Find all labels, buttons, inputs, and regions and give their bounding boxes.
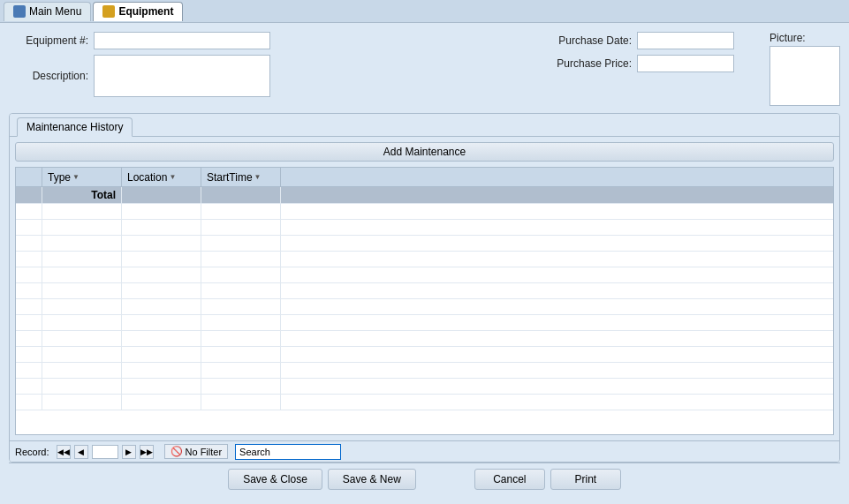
table-row (16, 347, 833, 363)
table-row (16, 220, 833, 236)
status-bar: Record: ◀◀ ◀ ▶ ▶▶ 🚫 No Filter (10, 440, 839, 462)
main-menu-icon (13, 5, 26, 18)
equipment-number-input[interactable] (94, 32, 270, 49)
table-row (16, 299, 833, 315)
table-row (16, 379, 833, 395)
table-row (16, 331, 833, 347)
total-label-cell: Total (42, 187, 122, 203)
save-new-button[interactable]: Save & New (328, 469, 416, 490)
total-indicator-cell (16, 187, 42, 203)
filter-icon: 🚫 (171, 446, 183, 457)
search-input[interactable] (235, 444, 341, 460)
table-row (16, 395, 833, 410)
purchase-price-row: Purchase Price: (552, 55, 734, 72)
tab-main-menu-label: Main Menu (29, 5, 81, 18)
form-area: Equipment #: Description: Purchase Date:… (9, 32, 840, 106)
filter-label: No Filter (186, 447, 223, 457)
tab-equipment[interactable]: Equipment (93, 2, 183, 21)
form-left: Equipment #: Description: (9, 32, 534, 106)
description-input[interactable] (94, 55, 270, 97)
nav-first-button[interactable]: ◀◀ (57, 445, 71, 459)
tab-main-menu[interactable]: Main Menu (4, 2, 91, 21)
description-row: Description: (9, 55, 534, 97)
record-number-input[interactable] (92, 445, 118, 459)
print-button[interactable]: Print (550, 469, 621, 490)
purchase-date-input[interactable] (637, 32, 734, 49)
starttime-sort-icon: ▼ (254, 173, 262, 181)
total-location-cell (122, 187, 201, 203)
maintenance-body: Add Maintenance Type ▼ Location ▼ (10, 137, 839, 440)
form-far-right: Picture: (769, 32, 840, 106)
no-filter-badge[interactable]: 🚫 No Filter (164, 444, 229, 459)
grid-header-starttime[interactable]: StartTime ▼ (201, 168, 281, 186)
tab-equipment-label: Equipment (118, 5, 173, 18)
picture-label: Picture: (769, 32, 806, 44)
purchase-price-label: Purchase Price: (552, 57, 632, 70)
main-content: Equipment #: Description: Purchase Date:… (0, 23, 849, 504)
total-starttime-cell (201, 187, 281, 203)
equipment-number-row: Equipment #: (9, 32, 534, 49)
grid-header: Type ▼ Location ▼ StartTime ▼ (16, 168, 833, 187)
total-row: Total (16, 187, 833, 204)
nav-last-button[interactable]: ▶▶ (140, 445, 154, 459)
cancel-button[interactable]: Cancel (474, 469, 545, 490)
maintenance-history-tab[interactable]: Maintenance History (17, 117, 133, 137)
title-bar: Main Menu Equipment (0, 0, 849, 23)
bottom-bar: Save & Close Save & New Cancel Print (9, 463, 840, 495)
table-row (16, 267, 833, 283)
grid-header-type[interactable]: Type ▼ (42, 168, 122, 186)
form-right: Purchase Date: Purchase Price: (552, 32, 734, 106)
purchase-date-label: Purchase Date: (552, 34, 632, 47)
table-row (16, 283, 833, 299)
table-row (16, 204, 833, 220)
type-sort-icon: ▼ (72, 173, 80, 181)
grid-header-location[interactable]: Location ▼ (122, 168, 201, 186)
purchase-price-input[interactable] (637, 55, 734, 72)
save-close-button[interactable]: Save & Close (228, 469, 322, 490)
equipment-number-label: Equipment #: (9, 34, 88, 47)
record-label: Record: (15, 447, 49, 457)
location-sort-icon: ▼ (169, 173, 176, 181)
picture-box (769, 46, 840, 106)
table-row (16, 315, 833, 331)
add-maintenance-button[interactable]: Add Maintenance (15, 142, 834, 162)
table-row (16, 363, 833, 379)
grid-body: Total (16, 187, 833, 434)
description-label: Description: (9, 70, 88, 82)
grid-header-indicator (16, 168, 42, 186)
equipment-icon (102, 5, 115, 18)
nav-prev-button[interactable]: ◀ (74, 445, 88, 459)
table-row (16, 252, 833, 267)
nav-next-button[interactable]: ▶ (122, 445, 136, 459)
table-row (16, 236, 833, 252)
maintenance-grid: Type ▼ Location ▼ StartTime ▼ (15, 167, 834, 435)
purchase-date-row: Purchase Date: (552, 32, 734, 49)
maintenance-tab-header: Maintenance History (10, 114, 839, 137)
maintenance-section: Maintenance History Add Maintenance Type… (9, 113, 840, 463)
